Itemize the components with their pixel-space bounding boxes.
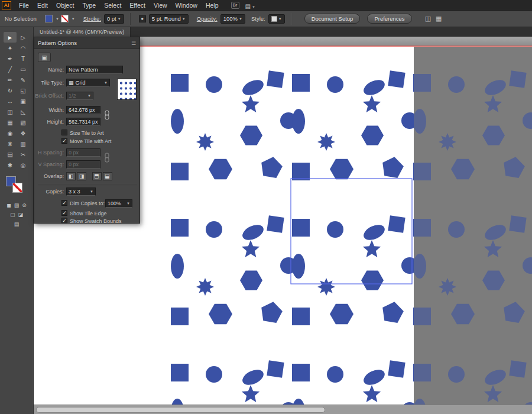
menu-object[interactable]: Object	[52, 0, 78, 11]
height-input[interactable]: 562.7314 px	[66, 118, 100, 126]
workspace-switcher[interactable]: ▤▼	[245, 0, 255, 11]
pattern-shape-square[interactable]	[171, 219, 189, 237]
dim-copies-checkbox[interactable]: ✓	[61, 200, 67, 206]
pattern-shape-square[interactable]	[171, 364, 189, 381]
menu-edit[interactable]: Edit	[33, 0, 52, 11]
tool-perspective-grid[interactable]: ◺	[17, 106, 30, 117]
toolbar-mini-icon-1-1[interactable]: ◪	[18, 212, 24, 218]
pattern-shape-ellipse[interactable]	[171, 254, 184, 279]
tool-rotate[interactable]: ↻	[4, 85, 17, 96]
toolbar-mini-icon-0-2[interactable]: ⊘	[22, 202, 27, 208]
link-spacing-icon[interactable]	[103, 150, 111, 167]
control-icon-0[interactable]: ◫	[425, 15, 431, 22]
opacity-label[interactable]: Opacity:	[197, 15, 218, 22]
width-input[interactable]: 642.678 px	[66, 106, 100, 114]
tool-gradient[interactable]: ▧	[17, 117, 30, 128]
pattern-shape-square[interactable]	[267, 215, 284, 232]
control-icon-1[interactable]: ▦	[436, 15, 442, 22]
dim-copies-dropdown[interactable]: 100% ▼	[105, 199, 132, 208]
tool-shape-builder[interactable]: ◫	[4, 106, 17, 117]
fill-swatch[interactable]	[45, 15, 53, 22]
pattern-shape-circle[interactable]	[206, 221, 222, 238]
tool-magic-wand[interactable]: ✦	[4, 43, 17, 53]
stroke-color-swatch[interactable]	[12, 183, 22, 193]
tool-slice[interactable]: ✂	[17, 149, 30, 160]
pattern-shape-circle[interactable]	[327, 221, 343, 238]
tool-rectangle[interactable]: ▭	[17, 64, 30, 75]
pattern-shape-circle[interactable]	[327, 366, 343, 383]
pattern-shape-square[interactable]	[292, 364, 310, 381]
tool-column-graph[interactable]: ▥	[17, 138, 30, 149]
tool-artboard[interactable]: ▤	[4, 149, 17, 160]
style-dropdown[interactable]: ▼	[268, 14, 285, 24]
pattern-tile-tool-button[interactable]: ▣	[38, 53, 51, 62]
tool-zoom[interactable]: ◎	[17, 160, 30, 170]
tile-type-dropdown[interactable]: ▦ Grid ▼	[66, 79, 110, 87]
toolbar-mini-icon-0-1[interactable]: ▨	[14, 202, 20, 208]
menu-select[interactable]: Select	[100, 0, 125, 11]
move-tile-with-art-checkbox[interactable]: ✓	[61, 138, 67, 144]
panel-menu-icon[interactable]: ☰	[131, 40, 136, 46]
pattern-shape-circle[interactable]	[206, 76, 222, 93]
tool-line-segment[interactable]: ╱	[4, 64, 17, 75]
tool-selection[interactable]: ►	[4, 32, 17, 43]
tool-blend[interactable]: ❖	[17, 128, 30, 138]
tool-hand[interactable]: ✱	[4, 160, 17, 170]
tool-mesh[interactable]: ▦	[4, 117, 17, 128]
pattern-shape-square[interactable]	[388, 360, 405, 377]
tool-width-tool[interactable]: ↔	[4, 96, 17, 106]
pattern-shape-square[interactable]	[267, 70, 284, 88]
pattern-shape-ellipse[interactable]	[171, 109, 184, 134]
pattern-shape-circle[interactable]	[327, 76, 343, 93]
panel-header[interactable]: Pattern Options ☰	[34, 37, 140, 49]
bridge-icon[interactable]: Br	[231, 2, 239, 9]
overlap-bottom-in-front-button[interactable]: ◨	[103, 172, 112, 180]
pattern-shape-ellipse[interactable]	[292, 254, 305, 279]
pattern-shape-star8[interactable]	[317, 278, 335, 296]
tool-direct-selection[interactable]: ▷	[17, 32, 30, 43]
tool-scale[interactable]: ◱	[17, 85, 30, 96]
pattern-shape-square[interactable]	[388, 215, 405, 232]
document-tab[interactable]: Untitled-1* @ 44% (CMYK/Preview)	[34, 27, 131, 37]
menu-window[interactable]: Window	[171, 0, 202, 11]
pattern-shape-square[interactable]	[292, 219, 310, 237]
show-swatch-bounds-checkbox[interactable]: ✓	[61, 218, 67, 224]
tool-pencil[interactable]: ✎	[17, 75, 30, 85]
copies-dropdown[interactable]: 3 x 3 ▼	[66, 187, 96, 196]
toolbar-mini-icon-2-0[interactable]: ▤	[14, 221, 20, 227]
tool-free-transform[interactable]: ▣	[17, 96, 30, 106]
document-setup-button[interactable]: Document Setup	[304, 14, 361, 24]
pattern-shape-square[interactable]	[388, 70, 405, 88]
app-logo-icon[interactable]: Ai	[2, 1, 11, 9]
opacity-dropdown[interactable]: 100%▼	[220, 14, 245, 24]
menu-type[interactable]: Type	[78, 0, 100, 11]
pattern-shape-square[interactable]	[292, 163, 310, 180]
overlap-left-in-front-button[interactable]: ◧	[66, 172, 76, 180]
toolbar-mini-icon-1-0[interactable]: ▢	[10, 212, 15, 218]
pattern-shape-star8[interactable]	[196, 133, 214, 151]
name-input[interactable]: New Pattern	[66, 66, 123, 74]
stroke-label[interactable]: Stroke:	[83, 15, 101, 22]
show-tile-edge-checkbox[interactable]: ✓	[61, 210, 67, 216]
overlap-top-in-front-button[interactable]: ◧	[92, 172, 102, 180]
stroke-swatch[interactable]	[61, 15, 69, 22]
pattern-shape-ellipse[interactable]	[292, 109, 305, 134]
menu-file[interactable]: File	[15, 0, 33, 11]
link-dimensions-icon[interactable]	[103, 107, 111, 125]
tool-paintbrush[interactable]: ✏	[4, 75, 17, 85]
toolbar-mini-icon-0-0[interactable]: ◼	[7, 202, 11, 208]
menu-help[interactable]: Help	[202, 0, 223, 11]
scrollbar-thumb[interactable]	[36, 407, 325, 413]
tool-type[interactable]: T	[17, 53, 30, 64]
menu-view[interactable]: View	[150, 0, 171, 11]
pattern-shape-square[interactable]	[267, 360, 284, 377]
pattern-shape-square[interactable]	[171, 74, 189, 92]
pattern-shape-star8[interactable]	[196, 278, 214, 296]
overlap-right-in-front-button[interactable]: ◨	[77, 172, 86, 180]
tool-pen[interactable]: ✒	[4, 53, 17, 64]
preferences-button[interactable]: Preferences	[367, 14, 411, 24]
menu-effect[interactable]: Effect	[125, 0, 150, 11]
horizontal-scrollbar[interactable]	[34, 405, 532, 414]
tool-symbol-sprayer[interactable]: ❋	[4, 138, 17, 149]
pattern-shape-square[interactable]	[292, 74, 310, 92]
